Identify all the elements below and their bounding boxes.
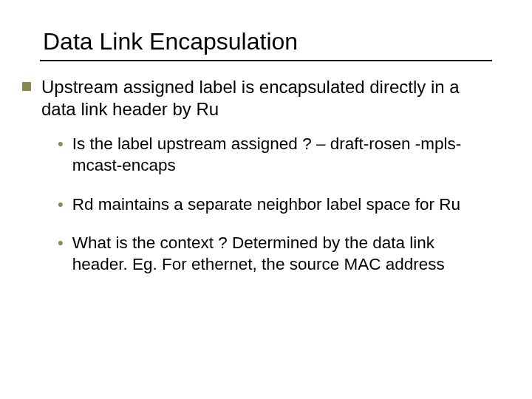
- title-underline: [40, 60, 492, 61]
- main-bullet-item: Upstream assigned label is encapsulated …: [40, 76, 492, 293]
- slide: Data Link Encapsulation Upstream assigne…: [0, 0, 532, 399]
- sub-item-text: Is the label upstream assigned ? – draft…: [72, 134, 492, 177]
- main-item-body: Upstream assigned label is encapsulated …: [41, 76, 492, 293]
- sub-item-text: Rd maintains a separate neighbor label s…: [72, 194, 460, 216]
- dot-bullet-icon: •: [58, 196, 64, 214]
- main-item-text: Upstream assigned label is encapsulated …: [41, 76, 492, 120]
- sub-bullet-item: • What is the context ? Determined by th…: [58, 233, 492, 276]
- dot-bullet-icon: •: [58, 234, 64, 252]
- dot-bullet-icon: •: [58, 135, 64, 153]
- sub-item-text: What is the context ? Determined by the …: [72, 233, 492, 276]
- sub-bullet-item: • Rd maintains a separate neighbor label…: [58, 194, 492, 216]
- sub-bullet-item: • Is the label upstream assigned ? – dra…: [58, 134, 492, 177]
- sub-list: • Is the label upstream assigned ? – dra…: [41, 134, 492, 276]
- square-bullet-icon: [22, 82, 31, 91]
- slide-title: Data Link Encapsulation: [43, 28, 492, 55]
- main-list: Upstream assigned label is encapsulated …: [40, 76, 492, 293]
